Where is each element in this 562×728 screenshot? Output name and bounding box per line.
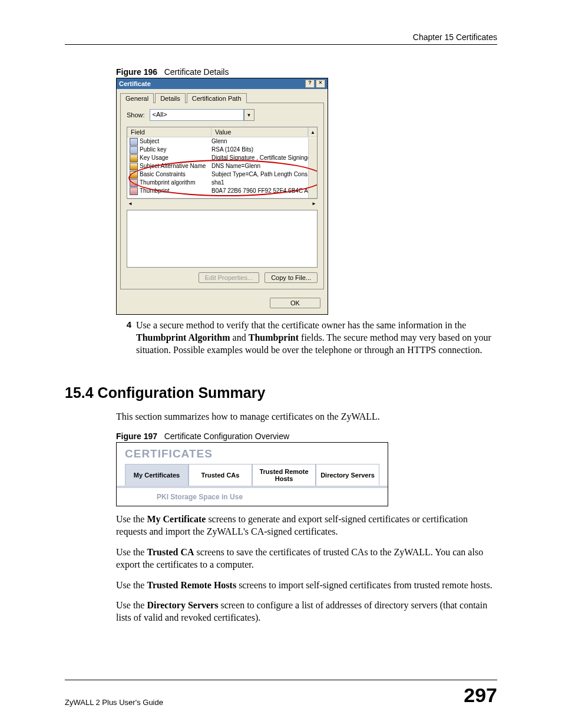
- chevron-down-icon[interactable]: ▼: [244, 109, 254, 121]
- col-value-header[interactable]: Value: [211, 127, 308, 137]
- text: and: [230, 332, 249, 342]
- para-trusted-ca: Use the Trusted CA screens to save the c…: [116, 546, 497, 571]
- table-row[interactable]: Key UsageDigital Signature , Certificate…: [127, 154, 317, 162]
- scroll-right-icon[interactable]: ►: [312, 201, 316, 206]
- page-number: 297: [464, 684, 497, 707]
- page-footer: ZyWALL 2 Plus User's Guide 297: [65, 680, 497, 707]
- bold: Trusted CA: [147, 547, 194, 557]
- dialog-titlebar: Certificate ? ×: [117, 78, 328, 89]
- col-field-header[interactable]: Field: [127, 127, 211, 137]
- row-value: Digital Signature , Certificate Signing(…: [211, 154, 317, 162]
- table-row[interactable]: ThumbprintB0A7 22B6 7960 FF92 52F4 6B4C …: [127, 187, 317, 195]
- pki-storage-label: PKI Storage Space in Use: [117, 488, 388, 506]
- figure197-caption: Figure 197 Certificate Configuration Ove…: [116, 431, 497, 441]
- copy-to-file-button[interactable]: Copy to File...: [265, 272, 318, 283]
- row-field: Thumbprint algorithm: [140, 179, 211, 187]
- tab-my-certificates[interactable]: My Certificates: [125, 464, 189, 486]
- tab-details[interactable]: Details: [155, 93, 186, 103]
- table-row[interactable]: Thumbprint algorithmsha1: [127, 179, 317, 187]
- certificate-dialog: Certificate ? × General Details Certific…: [116, 78, 328, 315]
- certificates-panel: CERTIFICATES My Certificates Trusted CAs…: [116, 442, 388, 506]
- row-field: Public key: [140, 146, 211, 154]
- figure197-caption-text: Certificate Configuration Overview: [164, 431, 289, 441]
- dialog-tabs: General Details Certification Path: [117, 89, 328, 103]
- dialog-title: Certificate: [119, 80, 151, 87]
- thumb-icon: [130, 179, 138, 187]
- tab-general[interactable]: General: [120, 93, 154, 103]
- figure196-caption: Figure 196 Certificate Details: [116, 67, 497, 77]
- para-directory-servers: Use the Directory Servers screen to conf…: [116, 599, 497, 624]
- bold: Directory Servers: [147, 600, 218, 610]
- bold: Thumbprint Algorithm: [136, 332, 230, 342]
- certificates-title: CERTIFICATES: [117, 443, 388, 464]
- para-trusted-remote-hosts: Use the Trusted Remote Hosts screens to …: [116, 579, 497, 592]
- row-value: Glenn: [211, 137, 317, 146]
- details-panel: Show: <All> ▼ Field Value ▲ SubjectGlenn…: [120, 103, 324, 289]
- doc-icon: [130, 138, 138, 146]
- doc-icon: [130, 146, 138, 154]
- footer-guide: ZyWALL 2 Plus User's Guide: [65, 698, 163, 707]
- table-row[interactable]: Public keyRSA (1024 Bits): [127, 146, 317, 154]
- text: Use the: [116, 580, 147, 590]
- figure197-label: Figure 197: [116, 431, 157, 441]
- help-icon[interactable]: ?: [305, 80, 315, 88]
- certificates-tabs: My Certificates Trusted CAs Trusted Remo…: [117, 464, 388, 488]
- text: Use the: [116, 600, 147, 610]
- para-my-certificate: Use the My Certificate screens to genera…: [116, 513, 497, 538]
- text: Use a secure method to verify that the c…: [136, 320, 466, 330]
- row-field: Thumbprint: [140, 187, 211, 195]
- thumb-icon: [130, 187, 138, 195]
- figure196-caption-text: Certificate Details: [164, 67, 229, 77]
- row-field: Basic Constraints: [140, 170, 211, 179]
- text: Use the: [116, 547, 147, 557]
- section-heading: 15.4 Configuration Summary: [65, 384, 497, 401]
- close-icon[interactable]: ×: [316, 80, 325, 88]
- scroll-left-icon[interactable]: ◄: [128, 201, 133, 206]
- row-field: Key Usage: [140, 154, 211, 162]
- row-value: B0A7 22B6 7960 FF92 52F4 6B4C A2...: [211, 187, 317, 195]
- text: Use the: [116, 514, 147, 524]
- row-field: Subject Alternative Name: [140, 162, 211, 170]
- row-value: Subject Type=CA, Path Length Cons...: [211, 170, 317, 179]
- figure196-label: Figure 196: [116, 67, 157, 77]
- field-rows: SubjectGlenn Public keyRSA (1024 Bits) K…: [127, 137, 317, 195]
- table-row[interactable]: Subject Alternative NameDNS Name=Glenn: [127, 162, 317, 170]
- tab-certification-path[interactable]: Certification Path: [187, 93, 247, 103]
- row-value: sha1: [211, 179, 317, 187]
- scroll-up-icon[interactable]: ▲: [308, 127, 317, 137]
- text: screens to import self-signed certificat…: [236, 580, 492, 590]
- table-row[interactable]: SubjectGlenn: [127, 137, 317, 146]
- step-text: Use a secure method to verify that the c…: [136, 319, 497, 356]
- row-value: RSA (1024 Bits): [211, 146, 317, 154]
- bold: Thumbprint: [249, 332, 299, 342]
- key-icon: [130, 154, 138, 162]
- page-header: Chapter 15 Certificates: [65, 32, 497, 45]
- key-icon: [130, 163, 138, 170]
- table-row[interactable]: Basic ConstraintsSubject Type=CA, Path L…: [127, 170, 317, 179]
- key-icon: [130, 171, 138, 179]
- show-label: Show:: [127, 111, 145, 118]
- tab-trusted-cas[interactable]: Trusted CAs: [189, 464, 252, 486]
- edit-properties-button: Edit Properties...: [199, 272, 259, 283]
- row-field: Subject: [140, 137, 211, 146]
- step-number: 4: [116, 319, 136, 356]
- tab-directory-servers[interactable]: Directory Servers: [316, 464, 379, 486]
- tab-trusted-remote-hosts[interactable]: Trusted Remote Hosts: [252, 464, 316, 486]
- section-intro: This section summarizes how to manage ce…: [116, 411, 497, 423]
- field-table: Field Value ▲ SubjectGlenn Public keyRSA…: [127, 127, 318, 199]
- show-select[interactable]: <All>: [150, 109, 244, 121]
- detail-text-area: [127, 210, 318, 268]
- bold: My Certificate: [147, 514, 206, 524]
- bold: Trusted Remote Hosts: [147, 580, 236, 590]
- row-value: DNS Name=Glenn: [211, 162, 317, 170]
- vertical-scrollbar[interactable]: [308, 138, 317, 198]
- ok-button[interactable]: OK: [270, 298, 320, 308]
- horizontal-scrollbar[interactable]: ◄ ►: [127, 199, 318, 207]
- step-4: 4 Use a secure method to verify that the…: [116, 319, 497, 356]
